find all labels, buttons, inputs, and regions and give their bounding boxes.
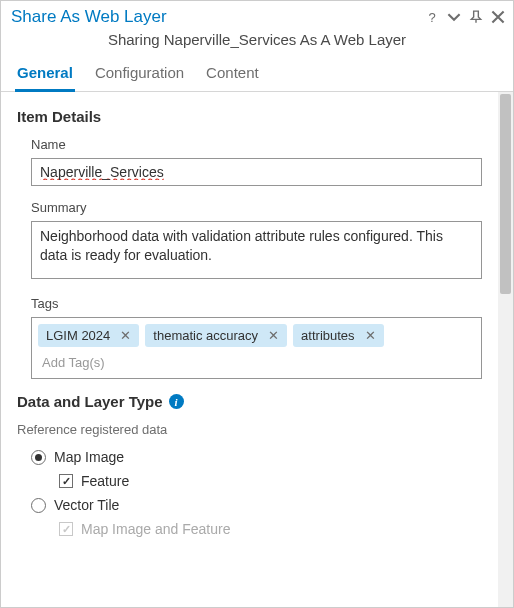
remove-tag-icon[interactable]: ✕	[120, 328, 131, 343]
map-image-radio-row[interactable]: Map Image	[17, 445, 482, 469]
tags-label: Tags	[31, 296, 482, 311]
map-image-label: Map Image	[54, 449, 124, 465]
tags-field-group: Tags LGIM 2024 ✕ thematic accuracy ✕ att…	[17, 296, 482, 379]
data-layer-heading: Data and Layer Type	[17, 393, 163, 410]
info-icon[interactable]: i	[169, 394, 184, 409]
tag-label: LGIM 2024	[46, 328, 110, 343]
map-image-feature-label: Map Image and Feature	[81, 521, 230, 537]
chevron-down-icon[interactable]	[447, 10, 461, 24]
tag-label: thematic accuracy	[153, 328, 258, 343]
map-image-feature-check-row: Map Image and Feature	[17, 517, 482, 541]
tab-general[interactable]: General	[15, 58, 75, 92]
tag-item: thematic accuracy ✕	[145, 324, 287, 347]
tab-configuration[interactable]: Configuration	[93, 58, 186, 92]
feature-label: Feature	[81, 473, 129, 489]
checkbox-icon	[59, 522, 73, 536]
scrollbar[interactable]	[498, 92, 513, 607]
item-details-heading: Item Details	[17, 108, 482, 125]
tags-input[interactable]: LGIM 2024 ✕ thematic accuracy ✕ attribut…	[31, 317, 482, 379]
name-input[interactable]	[31, 158, 482, 186]
tab-content[interactable]: Content	[204, 58, 261, 92]
titlebar-controls: ?	[425, 10, 505, 24]
panel-subtitle: Sharing Naperville_Services As A Web Lay…	[1, 29, 513, 58]
tabs: General Configuration Content	[1, 58, 513, 92]
help-icon[interactable]: ?	[425, 10, 439, 24]
radio-icon	[31, 450, 46, 465]
data-layer-heading-row: Data and Layer Type i	[17, 393, 482, 410]
titlebar: Share As Web Layer ?	[1, 1, 513, 29]
tag-item: LGIM 2024 ✕	[38, 324, 139, 347]
close-icon[interactable]	[491, 10, 505, 24]
checkbox-icon	[59, 474, 73, 488]
summary-label: Summary	[31, 200, 482, 215]
add-tags-placeholder[interactable]: Add Tag(s)	[38, 353, 475, 372]
tag-item: attributes ✕	[293, 324, 383, 347]
scroll-area: Item Details Name Summary Neighborhood d…	[1, 92, 513, 607]
panel-title: Share As Web Layer	[11, 7, 425, 27]
reference-helper: Reference registered data	[17, 422, 482, 437]
pin-icon[interactable]	[469, 10, 483, 24]
name-field-group: Name	[17, 137, 482, 186]
feature-check-row[interactable]: Feature	[17, 469, 482, 493]
content: Item Details Name Summary Neighborhood d…	[1, 92, 498, 607]
scrollbar-thumb[interactable]	[500, 94, 511, 294]
name-label: Name	[31, 137, 482, 152]
vector-tile-radio-row[interactable]: Vector Tile	[17, 493, 482, 517]
vector-tile-label: Vector Tile	[54, 497, 119, 513]
radio-icon	[31, 498, 46, 513]
share-web-layer-panel: Share As Web Layer ? Sharing Naperville_…	[1, 1, 513, 607]
tag-label: attributes	[301, 328, 354, 343]
summary-field-group: Summary Neighborhood data with validatio…	[17, 200, 482, 282]
summary-input[interactable]: Neighborhood data with validation attrib…	[31, 221, 482, 279]
remove-tag-icon[interactable]: ✕	[365, 328, 376, 343]
remove-tag-icon[interactable]: ✕	[268, 328, 279, 343]
